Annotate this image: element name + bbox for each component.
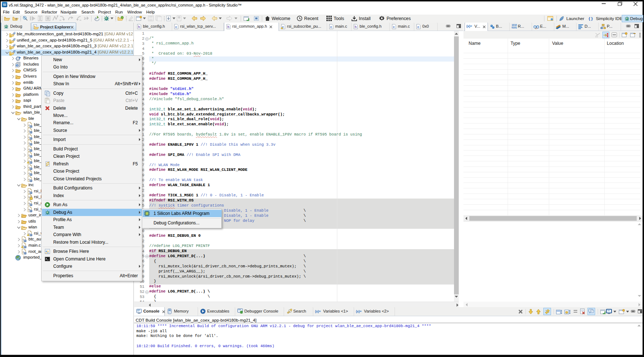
svg-text:#: # (15, 17, 17, 21)
svg-text:C: C (13, 31, 16, 35)
svg-text:c: c (28, 129, 30, 133)
svg-text:C: C (13, 38, 16, 41)
svg-text:c: c (28, 178, 30, 181)
svg-text:c: c (28, 153, 30, 157)
svg-text:C: C (13, 43, 16, 47)
svg-text:c: c (28, 141, 30, 145)
svg-text:c: c (393, 25, 395, 29)
svg-text:h: h (16, 64, 18, 67)
svg-text:c: c (330, 25, 332, 29)
svg-text:c: c (28, 148, 30, 151)
svg-text:c: c (28, 172, 30, 175)
svg-text:x?: x? (535, 27, 538, 29)
svg-text:c: c (28, 123, 30, 127)
svg-text:!: ! (22, 246, 22, 248)
svg-text:h: h (228, 25, 230, 29)
svg-text:c: c (23, 250, 24, 254)
svg-text:c: c (418, 25, 419, 29)
svg-text:C: C (13, 50, 16, 53)
svg-text:c: c (23, 238, 24, 241)
svg-text:c: c (28, 136, 30, 139)
svg-text:i: i (84, 16, 86, 21)
svg-text:h: h (355, 25, 357, 29)
svg-text:!: ! (28, 234, 28, 236)
svg-text:c: c (175, 25, 177, 29)
svg-text:c: c (28, 166, 30, 169)
svg-text:h: h (138, 25, 140, 29)
svg-text:!: ! (28, 161, 28, 164)
